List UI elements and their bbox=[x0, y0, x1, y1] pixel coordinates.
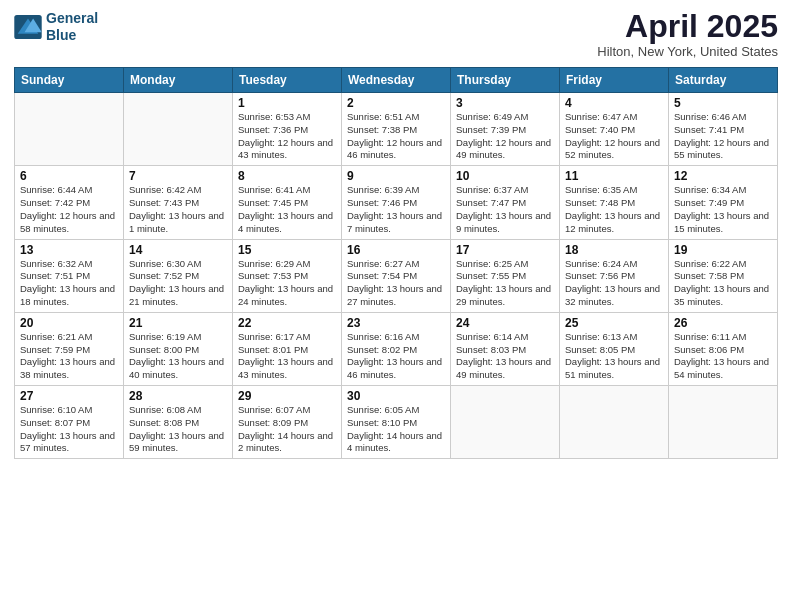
table-row: 9Sunrise: 6:39 AM Sunset: 7:46 PM Daylig… bbox=[342, 166, 451, 239]
day-number: 30 bbox=[347, 389, 445, 403]
table-row: 18Sunrise: 6:24 AM Sunset: 7:56 PM Dayli… bbox=[560, 239, 669, 312]
day-info: Sunrise: 6:44 AM Sunset: 7:42 PM Dayligh… bbox=[20, 184, 118, 235]
table-row: 10Sunrise: 6:37 AM Sunset: 7:47 PM Dayli… bbox=[451, 166, 560, 239]
day-info: Sunrise: 6:41 AM Sunset: 7:45 PM Dayligh… bbox=[238, 184, 336, 235]
day-number: 16 bbox=[347, 243, 445, 257]
day-info: Sunrise: 6:10 AM Sunset: 8:07 PM Dayligh… bbox=[20, 404, 118, 455]
table-row: 7Sunrise: 6:42 AM Sunset: 7:43 PM Daylig… bbox=[124, 166, 233, 239]
calendar-week-row: 20Sunrise: 6:21 AM Sunset: 7:59 PM Dayli… bbox=[15, 312, 778, 385]
col-saturday: Saturday bbox=[669, 68, 778, 93]
day-info: Sunrise: 6:39 AM Sunset: 7:46 PM Dayligh… bbox=[347, 184, 445, 235]
day-number: 1 bbox=[238, 96, 336, 110]
day-info: Sunrise: 6:35 AM Sunset: 7:48 PM Dayligh… bbox=[565, 184, 663, 235]
table-row: 24Sunrise: 6:14 AM Sunset: 8:03 PM Dayli… bbox=[451, 312, 560, 385]
logo: General Blue bbox=[14, 10, 98, 44]
day-info: Sunrise: 6:24 AM Sunset: 7:56 PM Dayligh… bbox=[565, 258, 663, 309]
table-row: 15Sunrise: 6:29 AM Sunset: 7:53 PM Dayli… bbox=[233, 239, 342, 312]
calendar-week-row: 1Sunrise: 6:53 AM Sunset: 7:36 PM Daylig… bbox=[15, 93, 778, 166]
day-number: 23 bbox=[347, 316, 445, 330]
calendar-week-row: 27Sunrise: 6:10 AM Sunset: 8:07 PM Dayli… bbox=[15, 386, 778, 459]
logo-line2: Blue bbox=[46, 27, 76, 43]
table-row: 23Sunrise: 6:16 AM Sunset: 8:02 PM Dayli… bbox=[342, 312, 451, 385]
day-info: Sunrise: 6:46 AM Sunset: 7:41 PM Dayligh… bbox=[674, 111, 772, 162]
day-number: 5 bbox=[674, 96, 772, 110]
day-number: 18 bbox=[565, 243, 663, 257]
col-thursday: Thursday bbox=[451, 68, 560, 93]
col-friday: Friday bbox=[560, 68, 669, 93]
table-row: 12Sunrise: 6:34 AM Sunset: 7:49 PM Dayli… bbox=[669, 166, 778, 239]
table-row bbox=[451, 386, 560, 459]
table-row bbox=[669, 386, 778, 459]
table-row: 2Sunrise: 6:51 AM Sunset: 7:38 PM Daylig… bbox=[342, 93, 451, 166]
table-row: 4Sunrise: 6:47 AM Sunset: 7:40 PM Daylig… bbox=[560, 93, 669, 166]
col-sunday: Sunday bbox=[15, 68, 124, 93]
table-row bbox=[15, 93, 124, 166]
table-row: 13Sunrise: 6:32 AM Sunset: 7:51 PM Dayli… bbox=[15, 239, 124, 312]
day-info: Sunrise: 6:49 AM Sunset: 7:39 PM Dayligh… bbox=[456, 111, 554, 162]
day-number: 13 bbox=[20, 243, 118, 257]
day-number: 15 bbox=[238, 243, 336, 257]
day-info: Sunrise: 6:19 AM Sunset: 8:00 PM Dayligh… bbox=[129, 331, 227, 382]
table-row bbox=[560, 386, 669, 459]
table-row: 28Sunrise: 6:08 AM Sunset: 8:08 PM Dayli… bbox=[124, 386, 233, 459]
day-number: 2 bbox=[347, 96, 445, 110]
table-row: 19Sunrise: 6:22 AM Sunset: 7:58 PM Dayli… bbox=[669, 239, 778, 312]
day-number: 20 bbox=[20, 316, 118, 330]
table-row: 25Sunrise: 6:13 AM Sunset: 8:05 PM Dayli… bbox=[560, 312, 669, 385]
table-row: 14Sunrise: 6:30 AM Sunset: 7:52 PM Dayli… bbox=[124, 239, 233, 312]
table-row bbox=[124, 93, 233, 166]
day-info: Sunrise: 6:11 AM Sunset: 8:06 PM Dayligh… bbox=[674, 331, 772, 382]
table-row: 5Sunrise: 6:46 AM Sunset: 7:41 PM Daylig… bbox=[669, 93, 778, 166]
table-row: 26Sunrise: 6:11 AM Sunset: 8:06 PM Dayli… bbox=[669, 312, 778, 385]
day-info: Sunrise: 6:25 AM Sunset: 7:55 PM Dayligh… bbox=[456, 258, 554, 309]
logo-icon bbox=[14, 15, 42, 39]
table-row: 20Sunrise: 6:21 AM Sunset: 7:59 PM Dayli… bbox=[15, 312, 124, 385]
calendar-header-row: Sunday Monday Tuesday Wednesday Thursday… bbox=[15, 68, 778, 93]
day-info: Sunrise: 6:16 AM Sunset: 8:02 PM Dayligh… bbox=[347, 331, 445, 382]
day-info: Sunrise: 6:14 AM Sunset: 8:03 PM Dayligh… bbox=[456, 331, 554, 382]
col-wednesday: Wednesday bbox=[342, 68, 451, 93]
col-monday: Monday bbox=[124, 68, 233, 93]
day-info: Sunrise: 6:27 AM Sunset: 7:54 PM Dayligh… bbox=[347, 258, 445, 309]
day-info: Sunrise: 6:05 AM Sunset: 8:10 PM Dayligh… bbox=[347, 404, 445, 455]
day-number: 6 bbox=[20, 169, 118, 183]
day-number: 21 bbox=[129, 316, 227, 330]
table-row: 11Sunrise: 6:35 AM Sunset: 7:48 PM Dayli… bbox=[560, 166, 669, 239]
day-number: 28 bbox=[129, 389, 227, 403]
table-row: 30Sunrise: 6:05 AM Sunset: 8:10 PM Dayli… bbox=[342, 386, 451, 459]
day-number: 12 bbox=[674, 169, 772, 183]
table-row: 6Sunrise: 6:44 AM Sunset: 7:42 PM Daylig… bbox=[15, 166, 124, 239]
table-row: 27Sunrise: 6:10 AM Sunset: 8:07 PM Dayli… bbox=[15, 386, 124, 459]
col-tuesday: Tuesday bbox=[233, 68, 342, 93]
table-row: 21Sunrise: 6:19 AM Sunset: 8:00 PM Dayli… bbox=[124, 312, 233, 385]
day-info: Sunrise: 6:21 AM Sunset: 7:59 PM Dayligh… bbox=[20, 331, 118, 382]
month-title: April 2025 bbox=[597, 10, 778, 42]
calendar-week-row: 6Sunrise: 6:44 AM Sunset: 7:42 PM Daylig… bbox=[15, 166, 778, 239]
calendar-week-row: 13Sunrise: 6:32 AM Sunset: 7:51 PM Dayli… bbox=[15, 239, 778, 312]
day-info: Sunrise: 6:47 AM Sunset: 7:40 PM Dayligh… bbox=[565, 111, 663, 162]
day-number: 8 bbox=[238, 169, 336, 183]
day-number: 7 bbox=[129, 169, 227, 183]
calendar-table: Sunday Monday Tuesday Wednesday Thursday… bbox=[14, 67, 778, 459]
day-number: 14 bbox=[129, 243, 227, 257]
day-number: 26 bbox=[674, 316, 772, 330]
day-info: Sunrise: 6:08 AM Sunset: 8:08 PM Dayligh… bbox=[129, 404, 227, 455]
day-number: 27 bbox=[20, 389, 118, 403]
day-info: Sunrise: 6:13 AM Sunset: 8:05 PM Dayligh… bbox=[565, 331, 663, 382]
day-number: 11 bbox=[565, 169, 663, 183]
day-number: 25 bbox=[565, 316, 663, 330]
day-number: 9 bbox=[347, 169, 445, 183]
day-info: Sunrise: 6:53 AM Sunset: 7:36 PM Dayligh… bbox=[238, 111, 336, 162]
table-row: 3Sunrise: 6:49 AM Sunset: 7:39 PM Daylig… bbox=[451, 93, 560, 166]
header-right: April 2025 Hilton, New York, United Stat… bbox=[597, 10, 778, 59]
day-info: Sunrise: 6:42 AM Sunset: 7:43 PM Dayligh… bbox=[129, 184, 227, 235]
day-number: 19 bbox=[674, 243, 772, 257]
table-row: 29Sunrise: 6:07 AM Sunset: 8:09 PM Dayli… bbox=[233, 386, 342, 459]
day-info: Sunrise: 6:37 AM Sunset: 7:47 PM Dayligh… bbox=[456, 184, 554, 235]
day-info: Sunrise: 6:17 AM Sunset: 8:01 PM Dayligh… bbox=[238, 331, 336, 382]
table-row: 22Sunrise: 6:17 AM Sunset: 8:01 PM Dayli… bbox=[233, 312, 342, 385]
location: Hilton, New York, United States bbox=[597, 44, 778, 59]
day-number: 24 bbox=[456, 316, 554, 330]
day-info: Sunrise: 6:30 AM Sunset: 7:52 PM Dayligh… bbox=[129, 258, 227, 309]
day-number: 29 bbox=[238, 389, 336, 403]
